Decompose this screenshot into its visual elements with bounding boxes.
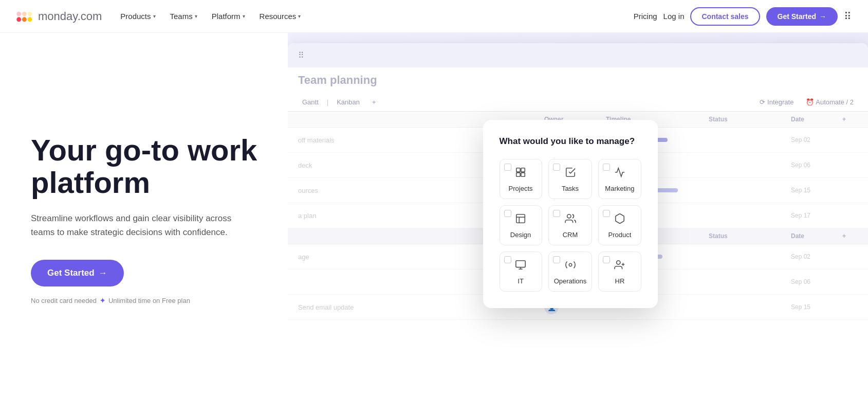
svg-rect-7: [521, 168, 525, 172]
svg-point-14: [616, 261, 620, 264]
gantt-tab[interactable]: Gantt: [298, 96, 323, 108]
app-tabs: Gantt | Kanban + ⟳ Integrate ⏰ Automate …: [288, 93, 868, 112]
navbar: monday.com Products ▾ Teams ▾ Platform ▾…: [0, 0, 868, 33]
logo[interactable]: monday.com: [16, 10, 102, 23]
chevron-down-icon: ▾: [243, 13, 245, 19]
hr-label: HR: [615, 277, 625, 285]
checkbox-projects[interactable]: [504, 164, 511, 171]
svg-point-4: [22, 11, 27, 16]
crm-label: CRM: [563, 231, 578, 239]
checkbox-design[interactable]: [504, 210, 511, 217]
date-column-header: Date: [791, 116, 842, 123]
crm-icon: [565, 213, 576, 227]
chevron-down-icon: ▾: [195, 13, 197, 19]
svg-point-11: [567, 214, 570, 218]
svg-rect-9: [521, 173, 525, 176]
contact-sales-button[interactable]: Contact sales: [690, 7, 760, 26]
status-column-header: Status: [709, 116, 791, 123]
nav-item-products[interactable]: Products ▾: [114, 9, 161, 24]
svg-point-0: [16, 17, 21, 22]
svg-rect-10: [516, 214, 525, 223]
get-started-nav-button[interactable]: Get Started →: [766, 7, 838, 26]
nav-left: monday.com Products ▾ Teams ▾ Platform ▾…: [16, 9, 307, 24]
add-column-button-2[interactable]: +: [842, 232, 858, 240]
arrow-icon: →: [819, 12, 826, 21]
manage-modal: What would you like to manage? Projects: [483, 120, 658, 308]
svg-point-2: [28, 17, 32, 22]
hero-section: Your go-to work platform Streamline work…: [0, 33, 288, 395]
chevron-down-icon: ▾: [153, 13, 156, 19]
kanban-tab[interactable]: Kanban: [333, 96, 364, 108]
login-link[interactable]: Log in: [663, 12, 685, 21]
right-panel: ⠿ Team planning Gantt | Kanban + ⟳ Integ…: [288, 33, 868, 395]
tab-separator: |: [327, 98, 328, 106]
modal-item-crm[interactable]: CRM: [548, 205, 593, 245]
app-grid-dots-icon: ⠿: [298, 50, 304, 60]
modal-items-grid: Projects Tasks: [500, 159, 641, 292]
nav-item-platform[interactable]: Platform ▾: [206, 9, 251, 24]
tasks-label: Tasks: [562, 185, 579, 192]
hero-note: No credit card needed ✦ Unlimited time o…: [31, 297, 263, 304]
svg-point-13: [569, 263, 572, 266]
date-column-header-2: Date: [791, 232, 842, 240]
logo-text: monday.com: [38, 10, 102, 23]
app-title: Team planning: [288, 67, 868, 93]
projects-icon: [515, 167, 526, 181]
separator-dot: ✦: [100, 297, 105, 304]
checkbox-crm[interactable]: [553, 210, 560, 217]
operations-label: Operations: [554, 277, 587, 285]
checkbox-tasks[interactable]: [553, 164, 560, 171]
modal-item-product[interactable]: Product: [598, 205, 641, 245]
modal-item-it[interactable]: IT: [500, 252, 542, 292]
modal-item-tasks[interactable]: Tasks: [548, 159, 593, 199]
checkbox-it[interactable]: [504, 256, 511, 263]
nav-items: Products ▾ Teams ▾ Platform ▾ Resources …: [114, 9, 307, 24]
automate-tab[interactable]: ⏰ Automate / 2: [802, 96, 858, 108]
it-label: IT: [518, 277, 524, 285]
hero-subtitle: Streamline workflows and gain clear visi…: [31, 211, 257, 239]
modal-item-hr[interactable]: HR: [598, 252, 641, 292]
design-label: Design: [510, 231, 531, 239]
integrate-tab[interactable]: ⟳ Integrate: [755, 96, 798, 108]
checkbox-marketing[interactable]: [603, 164, 610, 171]
status-column-header-2: Status: [709, 232, 791, 240]
modal-item-marketing[interactable]: Marketing: [598, 159, 641, 199]
checkbox-product[interactable]: [603, 210, 610, 217]
get-started-hero-button[interactable]: Get Started →: [31, 260, 124, 286]
svg-point-5: [28, 11, 32, 16]
svg-rect-6: [516, 168, 520, 172]
app-header: ⠿: [288, 43, 868, 67]
checkbox-hr[interactable]: [603, 256, 610, 263]
design-icon: [515, 213, 526, 227]
app-grid-icon[interactable]: ⠿: [844, 10, 852, 23]
svg-point-1: [22, 17, 27, 22]
add-column-button[interactable]: +: [842, 116, 858, 123]
add-tab[interactable]: +: [368, 96, 380, 108]
marketing-icon: [614, 167, 625, 181]
svg-rect-12: [516, 261, 525, 267]
tasks-icon: [565, 167, 576, 181]
modal-item-projects[interactable]: Projects: [500, 159, 542, 199]
main-content: Your go-to work platform Streamline work…: [0, 33, 868, 395]
hero-title: Your go-to work platform: [31, 134, 263, 200]
marketing-label: Marketing: [605, 185, 634, 192]
modal-item-operations[interactable]: Operations: [548, 252, 593, 292]
modal-item-design[interactable]: Design: [500, 205, 542, 245]
arrow-icon: →: [99, 268, 107, 278]
nav-item-resources[interactable]: Resources ▾: [253, 9, 307, 24]
product-label: Product: [608, 231, 631, 239]
svg-point-3: [16, 11, 21, 16]
it-icon: [515, 259, 526, 273]
svg-rect-8: [516, 173, 520, 176]
modal-title: What would you like to manage?: [500, 136, 641, 147]
nav-item-teams[interactable]: Teams ▾: [164, 9, 204, 24]
checkbox-operations[interactable]: [553, 256, 560, 263]
chevron-down-icon: ▾: [298, 13, 301, 19]
pricing-link[interactable]: Pricing: [634, 12, 657, 21]
logo-icon: [16, 10, 35, 23]
hr-icon: [614, 259, 625, 273]
nav-right: Pricing Log in Contact sales Get Started…: [634, 7, 852, 26]
operations-icon: [565, 259, 576, 273]
projects-label: Projects: [509, 185, 533, 192]
product-icon: [614, 213, 625, 227]
